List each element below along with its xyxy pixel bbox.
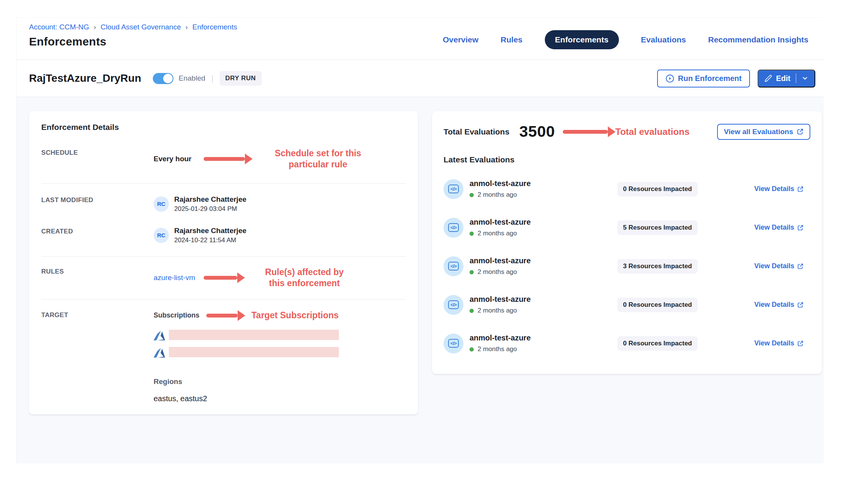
play-circle-icon <box>666 74 674 83</box>
enforcement-toolbar: RajTestAzure_DryRun Enabled | DRY RUN Ru… <box>16 60 824 97</box>
latest-evaluations-heading: Latest Evaluations <box>444 155 810 164</box>
created-date: 2024-10-22 11:54 AM <box>174 237 246 244</box>
target-label: TARGET <box>41 310 154 319</box>
created-label: CREATED <box>41 227 154 235</box>
evaluations-card: Total Evaluations 3500 Total evaluations… <box>432 111 822 374</box>
evaluation-row: </> anmol-test-azure 2 months ago 3 Reso… <box>444 247 810 285</box>
avatar: RC <box>154 228 169 243</box>
run-enforcement-label: Run Enforcement <box>678 74 742 83</box>
button-divider <box>796 73 796 83</box>
vertical-separator: | <box>211 74 213 83</box>
breadcrumb-separator: › <box>94 23 96 31</box>
page-header: Account: CCM-NG › Cloud Asset Governance… <box>16 18 824 60</box>
target-annotation: Target Subscriptions <box>251 310 338 321</box>
created-row: CREATED RC Rajarshee Chatterjee 2024-10-… <box>41 227 406 244</box>
regions-value: eastus, eastus2 <box>154 394 406 403</box>
redacted-subscription-id <box>169 330 339 340</box>
pencil-icon <box>764 75 772 82</box>
resources-impacted-badge: 0 Resources Impacted <box>617 336 698 351</box>
edit-button[interactable]: Edit <box>758 70 815 87</box>
enforcement-details-card: Enforcement Details SCHEDULE Every hour … <box>29 111 418 415</box>
avatar: RC <box>154 196 169 212</box>
external-link-icon <box>797 186 803 192</box>
content-area: Enforcement Details SCHEDULE Every hour … <box>16 97 824 463</box>
governance-rule-icon: </> <box>444 295 463 315</box>
governance-rule-icon: </> <box>444 256 463 276</box>
external-link-icon <box>797 225 803 231</box>
subscriptions-label: Subscriptions <box>154 311 199 319</box>
external-link-icon <box>797 263 803 269</box>
view-all-evaluations-button[interactable]: View all Evaluations <box>717 124 810 140</box>
evaluation-time: 2 months ago <box>478 307 517 314</box>
resources-impacted-badge: 5 Resources Impacted <box>617 220 698 235</box>
view-details-link[interactable]: View Details <box>754 224 810 232</box>
evaluation-name: anmol-test-azure <box>470 179 531 188</box>
resources-impacted-badge: 0 Resources Impacted <box>617 182 698 196</box>
annotation-arrow <box>206 310 245 321</box>
tab-recommendation-insights[interactable]: Recommendation Insights <box>708 35 808 44</box>
rules-row: RULES azure-list-vm Rule(s) affected by … <box>41 267 406 289</box>
created-by-name: Rajarshee Chatterjee <box>174 227 246 235</box>
rule-link[interactable]: azure-list-vm <box>154 274 195 282</box>
redacted-subscription-id <box>169 347 339 357</box>
breadcrumb-enforcements[interactable]: Enforcements <box>193 23 237 31</box>
status-dot <box>470 309 474 313</box>
enabled-label: Enabled <box>179 74 206 83</box>
evaluation-row: </> anmol-test-azure 2 months ago 5 Reso… <box>444 208 810 247</box>
tab-enforcements[interactable]: Enforcements <box>545 30 619 49</box>
governance-rule-icon: </> <box>444 179 463 199</box>
breadcrumb-account[interactable]: Account: CCM-NG <box>29 23 89 31</box>
evaluation-list: </> anmol-test-azure 2 months ago 0 Reso… <box>444 170 810 363</box>
subscription-item <box>154 329 406 340</box>
run-enforcement-button[interactable]: Run Enforcement <box>657 70 750 87</box>
external-link-icon <box>797 340 803 347</box>
tab-overview[interactable]: Overview <box>443 35 478 44</box>
external-link-icon <box>797 302 803 308</box>
target-row: TARGET Subscriptions Target Subscription… <box>41 310 406 403</box>
schedule-label: SCHEDULE <box>41 148 154 157</box>
status-dot <box>470 270 474 274</box>
total-evaluations-value: 3500 <box>519 123 555 141</box>
enforcement-detail-page: Account: CCM-NG › Cloud Asset Governance… <box>16 17 824 463</box>
modified-by-name: Rajarshee Chatterjee <box>174 195 246 204</box>
tab-evaluations[interactable]: Evaluations <box>641 35 686 44</box>
azure-icon <box>154 347 165 358</box>
divider <box>41 256 406 257</box>
total-evaluations-label: Total Evaluations <box>444 127 509 136</box>
modified-date: 2025-01-29 03:04 PM <box>174 205 246 213</box>
divider <box>41 299 406 300</box>
tab-rules[interactable]: Rules <box>500 35 522 44</box>
dry-run-badge: DRY RUN <box>220 71 262 86</box>
breadcrumb-governance[interactable]: Cloud Asset Governance <box>100 23 181 31</box>
evaluation-name: anmol-test-azure <box>470 334 531 342</box>
view-details-link[interactable]: View Details <box>754 185 810 193</box>
annotation-arrow <box>204 272 245 283</box>
resources-impacted-badge: 3 Resources Impacted <box>617 259 698 274</box>
evaluation-name: anmol-test-azure <box>470 218 531 227</box>
divider <box>41 183 406 184</box>
enabled-toggle[interactable] <box>153 73 173 84</box>
status-dot <box>470 347 474 352</box>
edit-label: Edit <box>776 74 790 83</box>
status-dot <box>470 193 474 197</box>
evaluation-row: </> anmol-test-azure 2 months ago 0 Reso… <box>444 285 810 324</box>
chevron-down-icon[interactable] <box>802 75 808 82</box>
rules-label: RULES <box>41 267 154 275</box>
evaluation-row: </> anmol-test-azure 2 months ago 0 Reso… <box>444 170 810 208</box>
view-all-label: View all Evaluations <box>724 128 793 136</box>
external-link-icon <box>797 128 803 135</box>
view-details-link[interactable]: View Details <box>754 339 810 347</box>
view-details-link[interactable]: View Details <box>754 262 810 270</box>
resources-impacted-badge: 0 Resources Impacted <box>617 298 698 312</box>
evaluation-time: 2 months ago <box>478 230 517 237</box>
view-details-link[interactable]: View Details <box>754 301 810 309</box>
evaluation-name: anmol-test-azure <box>470 256 531 265</box>
schedule-value: Every hour <box>154 155 191 163</box>
regions-label: Regions <box>154 377 406 386</box>
evaluation-time: 2 months ago <box>478 345 517 353</box>
toggle-knob <box>163 74 173 83</box>
rules-annotation: Rule(s) affected by this enforcement <box>255 267 354 289</box>
evaluation-name: anmol-test-azure <box>470 295 531 304</box>
azure-icon <box>154 329 165 340</box>
breadcrumb-separator: › <box>186 23 188 31</box>
